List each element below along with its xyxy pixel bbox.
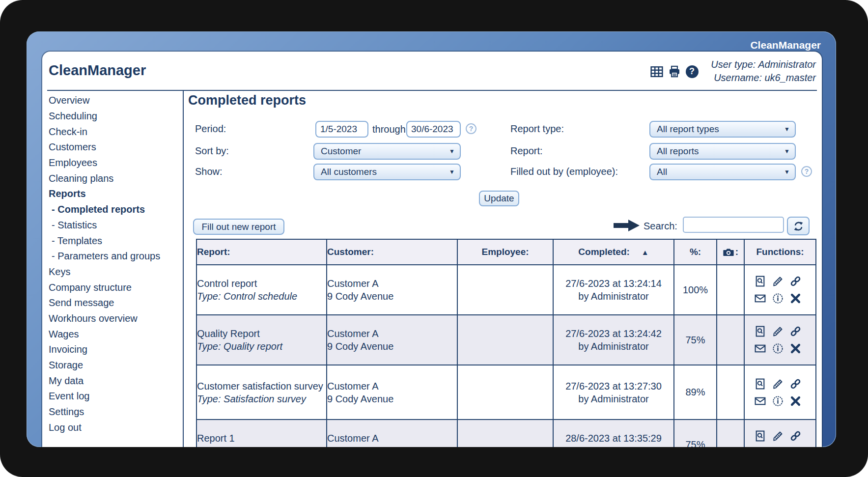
customer-name: Customer A <box>327 277 457 290</box>
edit-icon[interactable] <box>771 325 784 338</box>
photo-cell <box>717 420 744 447</box>
col-header-report[interactable]: Report: <box>196 239 327 265</box>
link-icon[interactable] <box>789 325 802 338</box>
sidebar-item-statistics[interactable]: - Statistics <box>49 218 180 233</box>
customer-cell: Customer A 9 Cody Avenue <box>327 365 457 420</box>
refresh-icon <box>793 221 804 232</box>
customer-name: Customer A <box>327 432 457 445</box>
completed-cell: 27/6-2023 at 13:24:14 by Administrator <box>553 265 674 315</box>
info-icon[interactable] <box>771 342 784 355</box>
page-title: Completed reports <box>188 93 306 108</box>
through-label: through <box>372 124 406 135</box>
header-divider <box>47 90 817 91</box>
sidebar-item-templates[interactable]: - Templates <box>49 233 180 249</box>
sidebar-item-log-out[interactable]: Log out <box>49 420 180 435</box>
preview-icon[interactable] <box>754 275 766 288</box>
table-row: Control report Type: Control schedule Cu… <box>196 265 816 315</box>
chevron-down-icon: ▼ <box>449 148 455 155</box>
preview-icon[interactable] <box>754 377 766 390</box>
col-header-customer[interactable]: Customer: <box>327 239 457 265</box>
report-type-select[interactable]: All report types ▼ <box>649 121 796 138</box>
period-label: Period: <box>195 123 226 135</box>
filled-out-by-select[interactable]: All ▼ <box>649 164 796 180</box>
report-select[interactable]: All reports ▼ <box>649 143 796 160</box>
sort-ascending-icon[interactable]: ▲ <box>642 248 649 256</box>
delete-icon[interactable] <box>789 394 802 407</box>
sidebar-item-cleaning-plans[interactable]: Cleaning plans <box>49 170 180 186</box>
edit-icon[interactable] <box>771 377 784 390</box>
report-type: Type: Control schedule <box>197 290 326 303</box>
sidebar-item-company-structure[interactable]: Company structure <box>49 280 180 295</box>
customer-cell: Customer A 9 Cody Avenue <box>327 265 457 315</box>
table-view-icon[interactable] <box>650 65 663 78</box>
functions-cell <box>744 315 816 365</box>
sidebar-item-invoicing[interactable]: Invoicing <box>49 342 180 358</box>
sidebar-item-customers[interactable]: Customers <box>49 140 180 155</box>
sort-by-select[interactable]: Customer ▼ <box>313 143 461 160</box>
percent-cell: 89% <box>674 365 717 420</box>
customer-address: 9 Cody Avenue <box>327 445 457 447</box>
sidebar-item-send-message[interactable]: Send message <box>49 295 180 311</box>
completed-date: 27/6-2023 at 13:27:30 <box>554 380 673 393</box>
period-to-input[interactable] <box>406 121 461 138</box>
show-select[interactable]: All customers ▼ <box>313 164 461 180</box>
sidebar-item-parameters-and-groups[interactable]: - Parameters and groups <box>49 249 180 264</box>
preview-icon[interactable] <box>754 325 766 338</box>
help-icon[interactable]: ? <box>685 65 699 78</box>
sidebar-item-reports[interactable]: Reports <box>49 186 180 202</box>
email-icon[interactable] <box>754 292 766 305</box>
delete-icon[interactable] <box>789 292 802 305</box>
link-icon[interactable] <box>789 275 802 288</box>
sidebar-item-overview[interactable]: Overview <box>49 93 180 109</box>
sidebar-item-event-log[interactable]: Event log <box>49 389 180 404</box>
browser-frame: CleanManager CleanManager <box>27 31 836 447</box>
search-input[interactable] <box>683 217 784 233</box>
print-icon[interactable] <box>668 65 681 78</box>
period-from-input[interactable] <box>315 121 368 138</box>
sidebar-item-scheduling[interactable]: Scheduling <box>49 109 180 124</box>
sidebar-item-wages[interactable]: Wages <box>49 326 180 342</box>
completed-by: by Administrator <box>554 290 673 303</box>
period-help-icon[interactable]: ? <box>466 123 476 134</box>
sidebar-item-settings[interactable]: Settings <box>49 404 180 420</box>
row-functions <box>745 430 815 448</box>
report-type-label: Report type: <box>510 123 564 135</box>
row-functions <box>745 275 815 305</box>
info-icon[interactable] <box>771 292 784 305</box>
percent-cell: 75% <box>674 315 717 365</box>
frame-brand-label: CleanManager <box>750 39 821 51</box>
user-type-text: User type: Administrator <box>711 58 816 71</box>
report-type-value: All report types <box>657 124 719 135</box>
sidebar-item-employees[interactable]: Employees <box>49 155 180 171</box>
col-header-employee[interactable]: Employee: <box>457 239 553 265</box>
sidebar-item-check-in[interactable]: Check-in <box>49 124 180 140</box>
edit-icon[interactable] <box>771 430 784 443</box>
email-icon[interactable] <box>754 447 766 448</box>
sidebar-item-workhours-overview[interactable]: Workhours overview <box>49 311 180 327</box>
report-cell: Report 1 Type: Quality report <box>196 420 327 447</box>
fill-out-new-report-button[interactable]: Fill out new report <box>193 219 284 235</box>
preview-icon[interactable] <box>754 430 766 443</box>
update-button[interactable]: Update <box>479 191 519 206</box>
sidebar-item-completed-reports[interactable]: - Completed reports <box>49 202 180 218</box>
delete-icon[interactable] <box>789 342 802 355</box>
info-icon[interactable] <box>771 394 784 407</box>
link-icon[interactable] <box>789 377 802 390</box>
sidebar-item-storage[interactable]: Storage <box>49 358 180 373</box>
email-icon[interactable] <box>754 342 766 355</box>
show-value: All customers <box>321 167 377 177</box>
completed-header-label: Completed: <box>578 247 630 257</box>
table-row: Customer satisfaction survey Type: Satis… <box>196 365 816 420</box>
info-icon[interactable] <box>771 447 784 448</box>
delete-icon[interactable] <box>789 447 802 448</box>
email-icon[interactable] <box>754 394 766 407</box>
filled-out-by-help-icon[interactable]: ? <box>801 166 812 177</box>
employee-cell <box>457 365 553 420</box>
sidebar-item-keys[interactable]: Keys <box>49 264 180 280</box>
col-header-completed[interactable]: Completed: ▲ <box>553 239 674 265</box>
link-icon[interactable] <box>789 430 802 443</box>
refresh-button[interactable] <box>787 217 810 235</box>
sidebar-item-my-data[interactable]: My data <box>49 373 180 389</box>
edit-icon[interactable] <box>771 275 784 288</box>
percent-cell: 75% <box>674 420 717 447</box>
